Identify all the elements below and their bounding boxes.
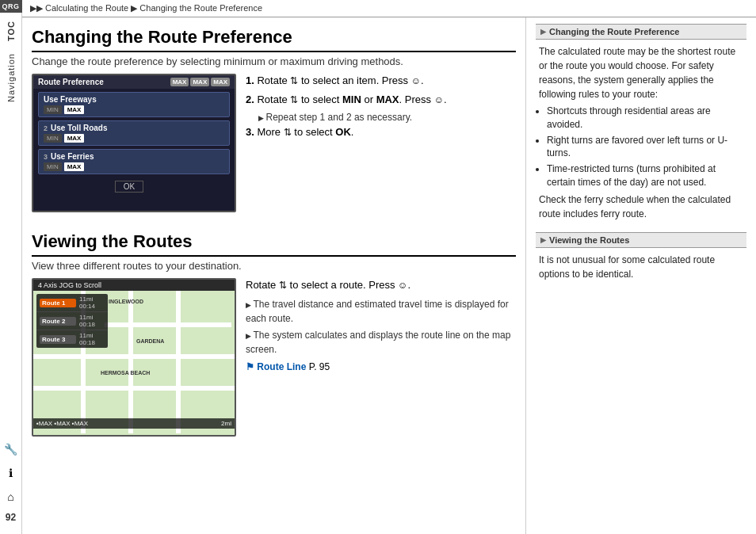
- right-section2-title: Viewing the Routes: [536, 232, 746, 248]
- section2-subtitle: View three different routes to your dest…: [32, 260, 516, 272]
- right-section1: Changing the Route Preference The calcul…: [536, 24, 746, 221]
- route1-badge: Route 1: [40, 299, 76, 307]
- press-icon-2: ☺: [434, 94, 444, 105]
- breadcrumb: ▶▶ Calculating the Route ▶ Changing the …: [22, 0, 756, 17]
- routes-link-line: ⚑ Route Line P. 95: [246, 360, 516, 374]
- right-section2: Viewing the Routes It is not unusual for…: [536, 232, 746, 281]
- route-preference-screenshot: Route Preference MAX MAX MAX Use Freeway…: [32, 74, 236, 212]
- road-h1: [105, 322, 231, 327]
- badge-max2: MAX: [190, 78, 209, 86]
- knob-icon-1: ⇅: [290, 75, 298, 86]
- route-item-freeways: Use Freeways MIN MAX: [38, 92, 230, 117]
- screen-badges: MAX MAX MAX: [170, 78, 230, 86]
- screen-title: Route Preference: [38, 78, 104, 86]
- screen-body: Use Freeways MIN MAX 2Use Toll Roads MIN: [33, 89, 235, 196]
- section1-title: Changing the Route Preference: [32, 27, 516, 52]
- press-icon-1: ☺: [411, 75, 421, 86]
- routes-bullet2: The system calculates and displays the r…: [246, 328, 516, 357]
- right-section1-body: The calculated route may be the shortest…: [536, 44, 746, 221]
- map-label-inglewood: INGLEWOOD: [109, 299, 143, 304]
- step-2: 2. Rotate ⇅ to select MIN or MAX. Press …: [246, 93, 516, 107]
- right-section2-body: It is not unusual for some calculated ro…: [536, 253, 746, 281]
- bullet-right-turns: Right turns are favored over left turns …: [547, 134, 743, 161]
- screen-header: Route Preference MAX MAX MAX: [33, 75, 235, 89]
- map-scale: 2ml: [221, 420, 231, 427]
- road-v3: [176, 291, 181, 433]
- knob-icon-3: ⇅: [284, 127, 292, 138]
- sidebar-nav-label: Navigation: [6, 53, 16, 102]
- map-label-hermosa: HERMOSA BEACH: [101, 370, 150, 376]
- map-label-gardena: GARDENA: [136, 338, 164, 344]
- tollroads-max-btn[interactable]: MAX: [64, 134, 85, 143]
- ferries-buttons: MIN MAX: [44, 162, 224, 171]
- map-body: INGLEWOOD GARDENA HERMOSA BEACH Route 1 …: [33, 291, 235, 429]
- route3-time: 11mi 00:18: [79, 332, 105, 346]
- freeway-min-btn[interactable]: MIN: [44, 105, 62, 114]
- info-icon[interactable]: ℹ: [2, 464, 20, 482]
- sidebar-icons: 🔧 ℹ ⌂ 92: [2, 441, 20, 534]
- step2-sub: Repeat step 1 and 2 as necessary.: [258, 112, 516, 123]
- steps-container: 1. Rotate ⇅ to select an item. Press ☺. …: [246, 74, 516, 145]
- content-area: Changing the Route Preference Change the…: [22, 17, 756, 534]
- section1-content: Route Preference MAX MAX MAX Use Freeway…: [32, 74, 516, 219]
- routes-text-block: Rotate ⇅ to select a route. Press ☺. The…: [246, 278, 516, 374]
- road-h3: [33, 386, 236, 391]
- route-item-ferries: 3Use Ferries MIN MAX: [38, 149, 230, 174]
- map-bottom-bar: ▪MAX ▪MAX ▪MAX 2ml: [33, 418, 235, 429]
- map-screenshot: 4 Axis JOG to Scroll INGLEWOOD GARDENA: [32, 278, 236, 437]
- section1-subtitle: Change the route preference by selecting…: [32, 55, 516, 67]
- ferries-min-btn[interactable]: MIN: [44, 162, 62, 171]
- route3-badge: Route 3: [40, 335, 76, 344]
- route-line-link[interactable]: ⚑ Route Line: [246, 361, 306, 372]
- tollroads-min-btn[interactable]: MIN: [44, 134, 62, 143]
- route1-time: 11mi 00:14: [79, 296, 105, 310]
- page-number: 92: [6, 512, 16, 523]
- map-header-label: 4 Axis JOG to Scroll: [33, 280, 235, 291]
- right-s2-body: It is not unusual for some calculated ro…: [539, 253, 743, 281]
- knob-icon-routes: ⇅: [279, 280, 287, 291]
- sidebar-qrg-label: QRG: [0, 0, 22, 13]
- map-badges: ▪MAX ▪MAX ▪MAX: [36, 420, 88, 427]
- right-s1-footer: Check the ferry schedule when the calcul…: [539, 193, 743, 221]
- screen-ok-button[interactable]: OK: [115, 181, 143, 193]
- freeway-max-btn[interactable]: MAX: [64, 105, 85, 114]
- step3-num: 3.: [246, 126, 254, 138]
- press-icon-routes: ☺: [398, 280, 407, 291]
- step2-num: 2.: [246, 93, 254, 105]
- right-column: Changing the Route Preference The calcul…: [526, 17, 756, 534]
- step-3: 3. More ⇅ to select OK.: [246, 125, 516, 139]
- home-icon[interactable]: ⌂: [2, 488, 20, 505]
- tollroads-buttons: MIN MAX: [44, 134, 224, 143]
- route-panel-r2: Route 2 11mi 00:18: [36, 312, 108, 330]
- step1-num: 1.: [246, 74, 254, 86]
- freeway-buttons: MIN MAX: [44, 105, 224, 114]
- route2-badge: Route 2: [40, 317, 76, 326]
- route-panel-r1: Route 1 11mi 00:14: [36, 294, 108, 312]
- freeway-label: Use Freeways: [44, 95, 224, 104]
- main-content: ▶▶ Calculating the Route ▶ Changing the …: [22, 0, 756, 534]
- wrench-icon[interactable]: 🔧: [2, 441, 20, 458]
- bullet-time-restricted: Time-restricted turns (turns prohibited …: [547, 162, 743, 189]
- badge-max1: MAX: [170, 78, 189, 86]
- left-column: Changing the Route Preference Change the…: [22, 17, 526, 534]
- section-viewing-routes: Viewing the Routes View three different …: [32, 231, 516, 443]
- route-item-tollroads: 2Use Toll Roads MIN MAX: [38, 120, 230, 146]
- section2-title: Viewing the Routes: [32, 231, 516, 257]
- step-1: 1. Rotate ⇅ to select an item. Press ☺.: [246, 74, 516, 88]
- knob-icon-2: ⇅: [290, 94, 298, 105]
- route-line-page: P. 95: [309, 361, 330, 372]
- road-v2: [128, 291, 133, 433]
- sidebar: QRG TOC Navigation 🔧 ℹ ⌂ 92: [0, 0, 22, 534]
- road-h2: [33, 354, 236, 359]
- routes-bullet1: The travel distance and estimated travel…: [246, 297, 516, 326]
- sidebar-toc-label: TOC: [6, 21, 16, 41]
- right-section1-title: Changing the Route Preference: [536, 24, 746, 40]
- section-changing-route: Changing the Route Preference Change the…: [32, 27, 516, 219]
- tollroads-label: 2Use Toll Roads: [44, 124, 224, 132]
- ferries-max-btn[interactable]: MAX: [64, 162, 85, 171]
- routes-rotate-step: Rotate ⇅ to select a route. Press ☺.: [246, 278, 516, 292]
- section2-content: 4 Axis JOG to Scroll INGLEWOOD GARDENA: [32, 278, 516, 443]
- right-s1-bullets: Shortcuts through residential areas are …: [547, 105, 743, 189]
- badge-max3: MAX: [211, 78, 230, 86]
- route-panel-r3: Route 3 11mi 00:18: [36, 330, 108, 348]
